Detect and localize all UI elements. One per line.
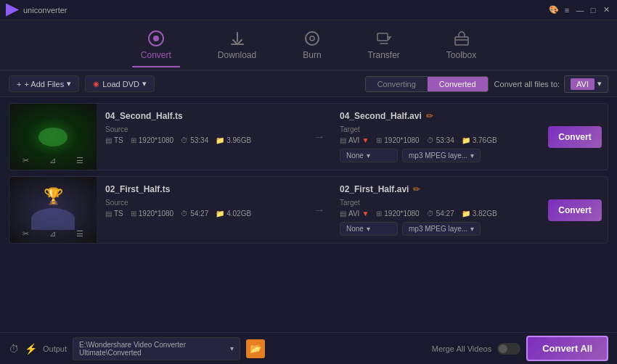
add-files-chevron[interactable]: ▾ <box>67 79 71 88</box>
target-filename-1: 04_Second_Half.avi <box>340 111 422 121</box>
convert-all-files: Convert all files to: AVI ▾ <box>494 75 608 93</box>
dvd-icon: ◉ <box>93 80 99 88</box>
titlebar-left: uniconverter <box>6 4 68 17</box>
target-size-icon-1: 📁 <box>462 136 470 144</box>
source-resolution-2: ⊞ 1920*1080 <box>131 210 173 218</box>
source-format-2: ▤ TS <box>105 210 123 218</box>
sub-dropdowns-2: None ▾ mp3 MPEG laye... ▾ <box>340 222 534 236</box>
target-meta-2: ▤ AVI ▼ ⊞ 1920*1080 ⏱ 54:27 📁 3.82GB <box>340 210 534 218</box>
tab-group: Converting Converted <box>365 76 489 92</box>
edit-icon-2[interactable]: ✏ <box>413 184 420 194</box>
target-format-1[interactable]: ▤ AVI ▼ <box>340 136 369 144</box>
tab-converting[interactable]: Converting <box>366 77 428 91</box>
svg-point-3 <box>310 36 314 41</box>
thumbnail-overlay-1: ✂ ⊿ ☰ <box>9 154 97 167</box>
audio-chevron-2: ▾ <box>470 225 474 233</box>
load-dvd-btn[interactable]: ◉ Load DVD ▾ <box>85 75 155 92</box>
bolt-icon[interactable]: ⚡ <box>25 343 37 355</box>
source-filename-2: 02_First_Half.ts <box>105 184 299 194</box>
output-folder-btn[interactable]: 📂 <box>246 339 265 358</box>
burn-icon <box>303 30 321 47</box>
subtitle-dropdown-1[interactable]: None ▾ <box>340 149 398 162</box>
target-name-row-2: 02_First_Half.avi ✏ <box>340 184 534 194</box>
convert-icon <box>147 30 165 47</box>
format-dropdown[interactable]: AVI ▾ <box>564 75 608 93</box>
output-chevron[interactable]: ▾ <box>230 344 234 352</box>
merge-label: Merge All Videos <box>432 344 491 353</box>
titlebar-controls[interactable]: 🎨 ≡ — □ ✕ <box>549 5 611 15</box>
edit-icon-1[interactable]: ✏ <box>426 111 433 121</box>
cut-icon-1[interactable]: ✂ <box>23 156 29 165</box>
target-format-chevron-1: ▼ <box>361 136 369 144</box>
source-duration-1: ⏱ 53:34 <box>181 136 208 144</box>
nav-item-toolbox[interactable]: Toolbox <box>438 24 485 66</box>
convert-all-btn[interactable]: Convert All <box>526 336 608 361</box>
convert-btn-1[interactable]: Convert <box>548 126 602 148</box>
bottom-icons: ⏱ ⚡ <box>9 343 37 355</box>
arrow-2: → <box>308 177 331 243</box>
nav-item-download[interactable]: Download <box>209 24 265 66</box>
target-size-2: 📁 3.82GB <box>462 210 497 218</box>
target-meta-1: ▤ AVI ▼ ⊞ 1920*1080 ⏱ 53:34 📁 3.76GB <box>340 136 534 144</box>
trim-icon-1[interactable]: ⊿ <box>49 156 56 165</box>
settings-icon-1[interactable]: ☰ <box>76 156 83 165</box>
trim-icon-2[interactable]: ⊿ <box>49 229 56 239</box>
add-files-btn[interactable]: + + Add Files ▾ <box>9 75 79 92</box>
output-path: E:\Wondershare Video Converter Ultimate\… <box>73 337 240 360</box>
thumbnail-2: 🏆 ✂ ⊿ ☰ <box>9 177 97 243</box>
sub-dropdowns-1: None ▾ mp3 MPEG laye... ▾ <box>340 149 534 162</box>
subtitle-chevron-2: ▾ <box>367 225 370 233</box>
source-resolution-1: ⊞ 1920*1080 <box>131 136 173 144</box>
target-size-icon-2: 📁 <box>462 210 470 218</box>
clock-icon[interactable]: ⏱ <box>9 343 19 355</box>
titlebar-close-btn[interactable]: ✕ <box>601 5 611 15</box>
titlebar: uniconverter 🎨 ≡ — □ ✕ <box>0 0 617 20</box>
file-card-1: ✂ ⊿ ☰ 04_Second_Half.ts Source ▤ TS ⊞ 19… <box>9 103 608 170</box>
source-meta-1: ▤ TS ⊞ 1920*1080 ⏱ 53:34 📁 3.96GB <box>105 136 299 144</box>
target-filename-2: 02_First_Half.avi <box>340 184 409 194</box>
convert-btn-2[interactable]: Convert <box>548 199 602 221</box>
toggle-knob <box>499 344 507 353</box>
audio-dropdown-2[interactable]: mp3 MPEG laye... ▾ <box>402 222 481 236</box>
toolbox-icon <box>453 30 470 47</box>
download-icon <box>229 30 246 47</box>
subtitle-chevron-1: ▾ <box>367 152 370 160</box>
cut-icon-2[interactable]: ✂ <box>23 229 29 239</box>
resolution-icon-2: ⊞ <box>131 210 136 218</box>
app-logo <box>6 4 19 17</box>
titlebar-minimize-btn[interactable]: — <box>575 5 585 15</box>
settings-icon-2[interactable]: ☰ <box>76 229 83 239</box>
tab-converted[interactable]: Converted <box>428 77 488 91</box>
trophy-icon: 🏆 <box>44 187 63 206</box>
folder-open-icon: 📂 <box>250 343 261 354</box>
thumbnail-overlay-2: ✂ ⊿ ☰ <box>9 228 97 240</box>
duration-icon-2: ⏱ <box>181 210 188 218</box>
titlebar-menu-btn[interactable]: ≡ <box>562 5 572 15</box>
file-target-2: 02_First_Half.avi ✏ Target ▤ AVI ▼ ⊞ 192… <box>331 177 542 243</box>
titlebar-maximize-btn[interactable]: □ <box>588 5 598 15</box>
source-filename-1: 04_Second_Half.ts <box>105 111 299 121</box>
target-format-chevron-2: ▼ <box>361 210 369 218</box>
target-format-2[interactable]: ▤ AVI ▼ <box>340 210 369 218</box>
app-name: uniconverter <box>23 6 68 15</box>
file-source-1: 04_Second_Half.ts Source ▤ TS ⊞ 1920*108… <box>97 104 308 170</box>
format-icon-2: ▤ <box>105 210 112 218</box>
target-resolution-2: ⊞ 1920*1080 <box>376 210 419 218</box>
merge-toggle[interactable] <box>497 343 520 355</box>
dvd-chevron[interactable]: ▾ <box>142 79 147 88</box>
source-size-1: 📁 3.96GB <box>216 136 251 144</box>
nav-item-transfer[interactable]: Transfer <box>359 24 409 66</box>
target-name-row-1: 04_Second_Half.avi ✏ <box>340 111 534 121</box>
subtitle-dropdown-2[interactable]: None ▾ <box>340 222 398 236</box>
nav-item-convert[interactable]: Convert <box>132 24 180 66</box>
titlebar-palette-btn[interactable]: 🎨 <box>549 5 559 15</box>
format-chevron: ▾ <box>597 79 602 88</box>
duration-icon-1: ⏱ <box>181 136 188 144</box>
nav-label-transfer: Transfer <box>368 50 400 60</box>
nav-item-burn[interactable]: Burn <box>294 24 330 66</box>
thumbnail-1: ✂ ⊿ ☰ <box>9 104 97 170</box>
size-icon-2: 📁 <box>216 210 224 218</box>
audio-dropdown-1[interactable]: mp3 MPEG laye... ▾ <box>402 149 481 162</box>
source-duration-2: ⏱ 54:27 <box>181 210 208 218</box>
format-value: AVI <box>571 78 594 90</box>
